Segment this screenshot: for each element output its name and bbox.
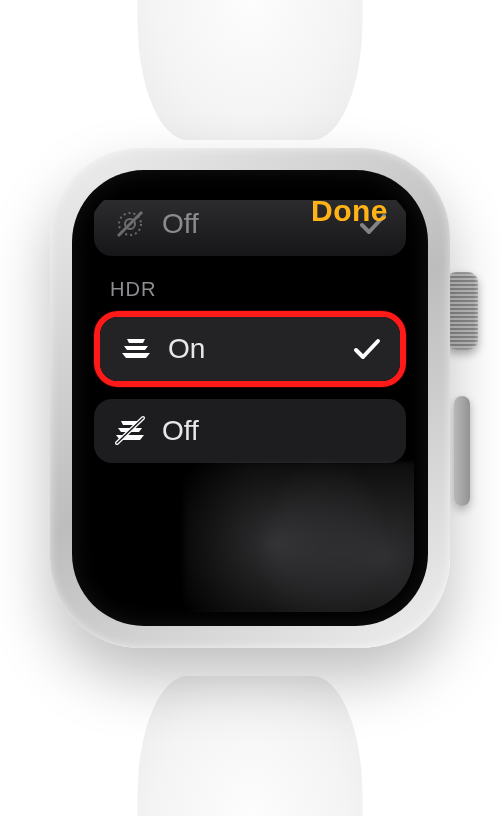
hdr-option-off[interactable]: Off bbox=[94, 399, 406, 463]
tutorial-highlight: On bbox=[94, 311, 406, 387]
digital-crown[interactable] bbox=[446, 272, 478, 350]
hdr-on-label: On bbox=[168, 333, 338, 365]
header: Done bbox=[86, 184, 414, 244]
checkmark-icon bbox=[352, 334, 382, 364]
hdr-option-on[interactable]: On bbox=[100, 317, 400, 381]
watch-band-top bbox=[138, 0, 363, 140]
watch-screen: Done Off bbox=[72, 170, 428, 626]
watch-band-bottom bbox=[138, 676, 363, 816]
empty-check bbox=[358, 416, 388, 446]
watch-case: Done Off bbox=[50, 148, 450, 648]
done-button[interactable]: Done bbox=[311, 194, 388, 228]
svg-marker-4 bbox=[124, 346, 148, 350]
svg-marker-3 bbox=[122, 353, 150, 358]
settings-list[interactable]: Off HDR bbox=[86, 212, 414, 612]
hdr-off-label: Off bbox=[162, 415, 344, 447]
hdr-off-icon bbox=[112, 413, 148, 449]
hdr-section-title: HDR bbox=[110, 278, 406, 301]
display-area: Done Off bbox=[86, 184, 414, 612]
side-button[interactable] bbox=[454, 396, 470, 506]
hdr-on-icon bbox=[118, 331, 154, 367]
svg-marker-5 bbox=[127, 339, 145, 343]
